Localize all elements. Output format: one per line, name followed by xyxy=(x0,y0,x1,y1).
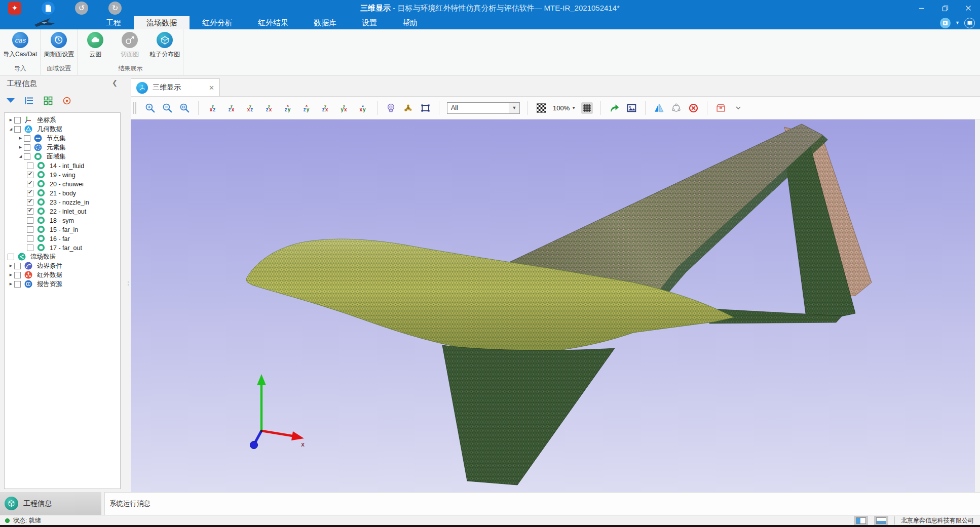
close-button[interactable] xyxy=(957,0,980,16)
ribbon-button-clock[interactable]: 周期面设置 xyxy=(44,32,74,59)
grid-view-icon[interactable] xyxy=(43,96,53,106)
menu-tab-6[interactable]: 帮助 xyxy=(390,16,430,29)
tree-checkbox[interactable] xyxy=(14,281,21,288)
checkerboard-icon[interactable] xyxy=(536,102,547,114)
tree-row-3[interactable]: ▶元素集 xyxy=(5,143,120,152)
tree-row-1[interactable]: ◢几何数据 xyxy=(5,125,120,134)
expander-closed-icon[interactable]: ▶ xyxy=(8,264,14,268)
tree-label[interactable]: 红外数据 xyxy=(37,270,62,279)
tree-row-11[interactable]: 18 - sym xyxy=(5,216,120,225)
menu-tab-2[interactable]: 红外分析 xyxy=(190,16,245,29)
expander-open-icon[interactable]: ◢ xyxy=(17,154,24,158)
tree-label[interactable]: 元素集 xyxy=(47,143,66,152)
tree-label[interactable]: 边界条件 xyxy=(37,261,62,270)
tree-row-10[interactable]: 22 - inlet_out xyxy=(5,207,120,216)
tree-row-14[interactable]: 17 - far_out xyxy=(5,243,120,252)
tree-row-15[interactable]: 流场数据 xyxy=(5,252,120,261)
locate-icon[interactable] xyxy=(62,96,72,106)
tree-checkbox[interactable] xyxy=(27,235,33,242)
zoom-out-icon[interactable] xyxy=(162,102,173,114)
tree-checkbox[interactable] xyxy=(24,153,30,160)
panel-collapse-button[interactable]: ❮ xyxy=(112,79,118,87)
tree-row-0[interactable]: ▶坐标系 xyxy=(5,115,120,125)
tree-label[interactable]: 23 - nozzle_in xyxy=(50,198,89,206)
tree-row-13[interactable]: 16 - far xyxy=(5,234,120,243)
expander-closed-icon[interactable]: ▶ xyxy=(8,282,14,286)
tree-label[interactable]: 20 - chuiwei xyxy=(50,180,84,188)
tree-label[interactable]: 坐标系 xyxy=(37,115,56,125)
new-document-button-icon[interactable] xyxy=(42,2,55,15)
tree-label[interactable]: 14 - int_fluid xyxy=(50,162,84,170)
tree-checkbox[interactable] xyxy=(14,263,21,269)
tree-label[interactable]: 18 - sym xyxy=(50,217,74,224)
tree-row-16[interactable]: ▶边界条件 xyxy=(5,261,120,270)
redo-button-icon[interactable]: ↻ xyxy=(108,2,122,15)
tree-row-5[interactable]: 14 - int_fluid xyxy=(5,161,120,170)
display-filter-combo[interactable]: All▼ xyxy=(447,102,520,114)
tree-checkbox[interactable] xyxy=(27,217,33,224)
view-iso2-button[interactable]: yyx xyxy=(337,102,351,114)
tree-checkbox[interactable] xyxy=(27,226,33,233)
notification-icon[interactable] xyxy=(940,18,951,28)
ribbon-button-cloud[interactable]: 云图 xyxy=(81,32,110,59)
tree-label[interactable]: 16 - far xyxy=(50,235,70,242)
cancel-icon[interactable] xyxy=(688,102,699,114)
tree-label[interactable]: 报告资源 xyxy=(37,279,62,289)
restore-button[interactable] xyxy=(933,0,957,16)
tree-checkbox[interactable] xyxy=(27,181,33,187)
tree-row-7[interactable]: 20 - chuiwei xyxy=(5,179,120,188)
view-iso3-button[interactable]: zxy xyxy=(356,102,369,114)
expander-closed-icon[interactable]: ▶ xyxy=(17,145,24,149)
tree-row-8[interactable]: 21 - body xyxy=(5,188,120,197)
view-iso1-button[interactable]: yzx xyxy=(319,102,332,114)
tab-close-icon[interactable]: ✕ xyxy=(209,84,214,92)
tree-checkbox[interactable] xyxy=(24,135,30,142)
save-view-icon[interactable] xyxy=(715,102,727,114)
box-select-icon[interactable] xyxy=(420,102,431,114)
expander-closed-icon[interactable]: ▶ xyxy=(8,118,14,122)
help-icon[interactable] xyxy=(964,18,975,28)
tree-label[interactable]: 22 - inlet_out xyxy=(50,208,86,215)
view-top-button[interactable]: xzy xyxy=(281,102,294,114)
mirror-icon[interactable] xyxy=(653,102,665,114)
outline-list-icon[interactable] xyxy=(24,96,34,106)
tab-3d-view[interactable]: 三维显示 ✕ xyxy=(131,78,220,96)
snapshot-icon[interactable] xyxy=(626,102,637,114)
tree-row-18[interactable]: ▶报告资源 xyxy=(5,279,120,289)
tree-label[interactable]: 15 - far_in xyxy=(50,226,78,233)
view-back-button[interactable]: yzx xyxy=(225,102,238,114)
tree-checkbox[interactable] xyxy=(27,163,33,169)
minimize-button[interactable] xyxy=(910,0,933,16)
zoom-level-dropdown[interactable]: 100%▼ xyxy=(553,104,576,112)
tree-checkbox[interactable] xyxy=(24,144,30,151)
panel-splitter[interactable]: ⁞ xyxy=(126,75,131,492)
viewport-3d[interactable]: x xyxy=(131,119,975,492)
view-bottom-button[interactable]: xzy xyxy=(300,102,313,114)
tree-label[interactable]: 面域集 xyxy=(47,152,66,161)
menu-tab-0[interactable]: 工程 xyxy=(93,16,134,29)
tree-checkbox[interactable] xyxy=(27,199,33,206)
menu-tab-3[interactable]: 红外结果 xyxy=(245,16,301,29)
tree-checkbox[interactable] xyxy=(27,190,33,196)
view-right-button[interactable]: yzx xyxy=(262,102,276,114)
tree-label[interactable]: 19 - wing xyxy=(50,171,76,179)
menu-tab-4[interactable]: 数据库 xyxy=(301,16,349,29)
toolbar-drag-handle[interactable] xyxy=(133,102,136,114)
tree-row-2[interactable]: ▶节点集 xyxy=(5,134,120,143)
tree-label[interactable]: 几何数据 xyxy=(37,125,62,134)
tree-checkbox[interactable] xyxy=(14,117,21,124)
expander-closed-icon[interactable]: ▶ xyxy=(17,136,24,140)
expander-open-icon[interactable]: ◢ xyxy=(8,127,14,131)
tree-label[interactable]: 17 - far_out xyxy=(50,244,82,252)
tree-checkbox[interactable] xyxy=(14,272,21,278)
filter-icon[interactable] xyxy=(6,96,16,106)
tree-row-4[interactable]: ◢面域集 xyxy=(5,152,120,161)
menu-tab-5[interactable]: 设置 xyxy=(349,16,390,29)
tree-checkbox[interactable] xyxy=(8,254,14,260)
save-view-caret[interactable] xyxy=(732,102,744,114)
ribbon-button-particle[interactable]: 粒子分布图 xyxy=(149,32,180,59)
ribbon-button-cas[interactable]: cas导入Cas/Dat xyxy=(3,32,37,59)
tree-row-6[interactable]: 19 - wing xyxy=(5,170,120,179)
tree-checkbox[interactable] xyxy=(27,245,33,251)
tree-row-17[interactable]: ▶红外数据 xyxy=(5,270,120,279)
